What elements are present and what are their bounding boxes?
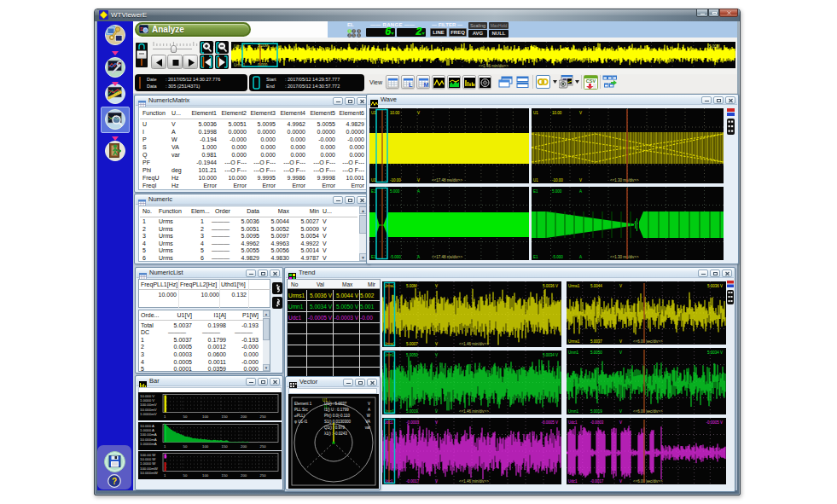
svg-text:Umn1: Umn1 bbox=[568, 350, 579, 355]
svg-text:<<1.46 min/div>>: <<1.46 min/div>> bbox=[459, 409, 489, 414]
svg-text:V: V bbox=[435, 342, 438, 346]
svg-text:10.000mW: 10.000mW bbox=[140, 471, 159, 475]
svg-text:-0.0005 V: -0.0005 V bbox=[541, 420, 558, 425]
svg-text:End: End bbox=[266, 84, 275, 89]
svg-text:5.0034 V: 5.0034 V bbox=[543, 353, 558, 357]
svg-text:100: 100 bbox=[202, 444, 209, 449]
svg-text:Udc1: Udc1 bbox=[568, 479, 578, 484]
svg-text:1: 1 bbox=[164, 444, 166, 449]
svg-text:150: 150 bbox=[222, 473, 229, 478]
svg-text:250: 250 bbox=[260, 444, 267, 449]
svg-text:5.0034 V: 5.0034 V bbox=[707, 350, 723, 355]
svg-text:250: 250 bbox=[260, 473, 267, 478]
svg-text:150: 150 bbox=[222, 414, 229, 419]
svg-text:Urms1: Urms1 bbox=[384, 284, 396, 288]
svg-text:10.000 A: 10.000 A bbox=[140, 424, 154, 428]
svg-text:10.00: 10.00 bbox=[552, 111, 562, 115]
svg-text:Udc1: Udc1 bbox=[568, 420, 578, 425]
svg-text:-0.0003: -0.0003 bbox=[590, 420, 604, 425]
svg-text:-0.0017: -0.0017 bbox=[406, 479, 420, 484]
svg-text:I1() U : 0.1799: I1() U : 0.1799 bbox=[324, 408, 349, 412]
svg-text:Q1() : 0.979: Q1() : 0.979 bbox=[324, 426, 346, 430]
svg-text:⌀PLL): ⌀PLL) bbox=[294, 414, 305, 418]
svg-text:100.00mA: 100.00mA bbox=[140, 432, 157, 437]
svg-text:<<1.30 ms/div>>: <<1.30 ms/div>> bbox=[610, 255, 639, 259]
svg-text:V: V bbox=[435, 420, 438, 425]
svg-text:200: 200 bbox=[241, 473, 247, 478]
svg-text:V: V bbox=[579, 111, 582, 115]
svg-text:-0.0003: -0.0003 bbox=[406, 420, 420, 425]
svg-text:<<17.48 ms/div>>: <<17.48 ms/div>> bbox=[432, 255, 462, 259]
svg-text:A: A bbox=[417, 255, 420, 259]
svg-text:A: A bbox=[368, 408, 370, 412]
svg-text:A: A bbox=[417, 189, 420, 194]
svg-text:<<1.46 min/div>>: <<1.46 min/div>> bbox=[459, 342, 489, 346]
svg-text:<<17.48 ms/div>>: <<17.48 ms/div>> bbox=[432, 178, 462, 182]
svg-text:10.000 V: 10.000 V bbox=[140, 394, 154, 398]
svg-text:?: ? bbox=[112, 477, 117, 486]
svg-text:V: V bbox=[619, 420, 622, 425]
svg-text:V: V bbox=[417, 111, 420, 115]
svg-text:E1: E1 bbox=[533, 255, 538, 259]
svg-text:E1: E1 bbox=[371, 189, 376, 194]
svg-text:10.000mA: 10.000mA bbox=[140, 437, 157, 442]
svg-text:5.0050: 5.0050 bbox=[590, 350, 602, 355]
svg-text:50: 50 bbox=[183, 444, 188, 449]
svg-text:V: V bbox=[619, 409, 622, 414]
svg-text:Element 1: Element 1 bbox=[294, 402, 312, 406]
svg-text:Urms1: Urms1 bbox=[568, 284, 580, 288]
svg-text:5.0036 V: 5.0036 V bbox=[543, 284, 558, 288]
svg-text:V: V bbox=[435, 409, 438, 414]
svg-text:Urms1: Urms1 bbox=[234, 44, 246, 49]
svg-text:200: 200 bbox=[241, 444, 247, 449]
svg-text:Data: Data bbox=[147, 84, 158, 89]
svg-text:V: V bbox=[435, 353, 438, 357]
svg-text:Umn1: Umn1 bbox=[568, 409, 579, 414]
svg-text:1.0000mA: 1.0000mA bbox=[140, 442, 157, 446]
svg-text:U1: U1 bbox=[533, 111, 538, 115]
svg-text:1: 1 bbox=[164, 473, 166, 478]
svg-text:V: V bbox=[435, 479, 438, 484]
svg-text:<<1.30 ms/div>>: <<1.30 ms/div>> bbox=[610, 178, 639, 182]
svg-text:-10.00: -10.00 bbox=[552, 178, 563, 182]
svg-text:E1: E1 bbox=[533, 189, 538, 194]
svg-text:5.0036 V: 5.0036 V bbox=[707, 284, 723, 288]
svg-text:<<1.46 min/div>>: <<1.46 min/div>> bbox=[479, 64, 509, 68]
svg-text:: 2017/05/12 14:30:57.772: : 2017/05/12 14:30:57.772 bbox=[285, 84, 340, 89]
svg-text:5.000: 5.000 bbox=[552, 189, 562, 194]
svg-text:1.0000mV: 1.0000mV bbox=[140, 412, 157, 416]
svg-text:100.00 W: 100.00 W bbox=[140, 453, 156, 457]
svg-text:50: 50 bbox=[183, 473, 188, 478]
svg-text:5.00M: 5.00M bbox=[709, 44, 720, 49]
svg-text:V: V bbox=[435, 284, 438, 288]
svg-text:1.0000 W: 1.0000 W bbox=[140, 461, 156, 466]
svg-text:50: 50 bbox=[183, 414, 188, 419]
svg-text:V: V bbox=[417, 178, 420, 182]
svg-text:M: M bbox=[424, 82, 429, 88]
svg-text:5.0019: 5.0019 bbox=[406, 409, 418, 414]
svg-text:Urms1: Urms1 bbox=[568, 339, 580, 344]
svg-text:V: V bbox=[619, 284, 622, 288]
svg-text:-10.00: -10.00 bbox=[390, 178, 401, 182]
svg-text:<<6.00 sec/div>>: <<6.00 sec/div>> bbox=[633, 409, 663, 414]
svg-text:10.000mV: 10.000mV bbox=[140, 408, 157, 412]
svg-text:200: 200 bbox=[241, 414, 247, 419]
svg-text:A: A bbox=[579, 255, 582, 259]
svg-text:5.00M: 5.00M bbox=[406, 284, 417, 288]
svg-text:W: W bbox=[367, 414, 371, 418]
svg-text:-0.0017: -0.0017 bbox=[590, 479, 604, 484]
svg-text:5.0044: 5.0044 bbox=[590, 284, 602, 288]
svg-text:250: 250 bbox=[260, 414, 267, 419]
svg-text:L: L bbox=[409, 82, 413, 88]
svg-text:-5.000: -5.000 bbox=[552, 255, 563, 259]
svg-text:: 2017/05/12 14:29:57.777: : 2017/05/12 14:29:57.777 bbox=[285, 77, 340, 82]
svg-text:: 2017/05/12 14:30:27.776: : 2017/05/12 14:30:27.776 bbox=[166, 77, 220, 82]
svg-text:A: A bbox=[579, 189, 582, 194]
svg-text:V: V bbox=[619, 339, 622, 344]
svg-text:5.0037: 5.0037 bbox=[590, 339, 602, 344]
svg-text:-5.000: -5.000 bbox=[390, 255, 401, 259]
svg-text:10.000 W: 10.000 W bbox=[140, 457, 156, 461]
svg-text:5.0007: 5.0007 bbox=[406, 342, 418, 346]
svg-text:U1: U1 bbox=[533, 178, 538, 182]
svg-text:var: var bbox=[365, 426, 371, 430]
